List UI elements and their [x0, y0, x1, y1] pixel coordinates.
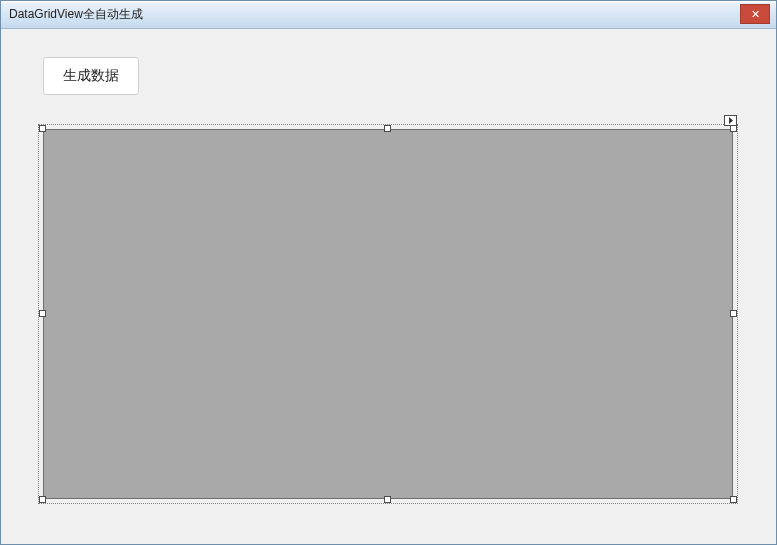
smart-tag-button[interactable]	[724, 115, 737, 126]
window-title: DataGridView全自动生成	[9, 6, 143, 23]
close-icon: ✕	[751, 8, 760, 21]
data-grid-view[interactable]	[43, 129, 733, 499]
generate-data-button[interactable]: 生成数据	[43, 57, 139, 95]
chevron-right-icon	[728, 117, 734, 124]
client-area: 生成数据	[1, 29, 776, 544]
close-button[interactable]: ✕	[740, 4, 770, 24]
window-controls: ✕	[740, 1, 776, 28]
app-window: DataGridView全自动生成 ✕ 生成数据	[0, 0, 777, 545]
titlebar[interactable]: DataGridView全自动生成 ✕	[1, 1, 776, 29]
svg-marker-0	[729, 117, 733, 124]
datagridview-designer-selection[interactable]	[43, 129, 733, 499]
